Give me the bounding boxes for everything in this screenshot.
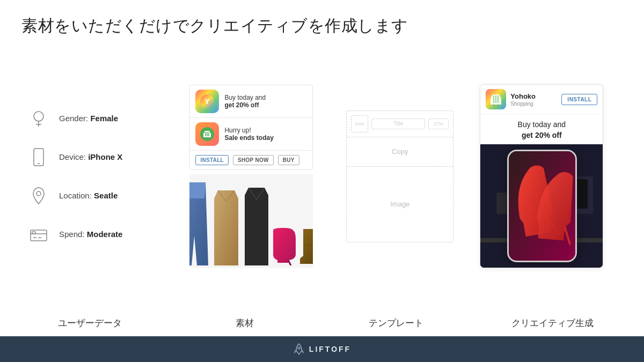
col-creative: Yohoko Shopping INSTALL Buy today and ge… xyxy=(474,48,628,305)
template-card: Icon Title CTA Copy Image xyxy=(346,110,453,242)
creative-card: Yohoko Shopping INSTALL Buy today and ge… xyxy=(480,84,603,268)
device-icon xyxy=(27,145,50,169)
phone-screen xyxy=(509,151,575,261)
svg-point-5 xyxy=(36,191,41,196)
footer-logo: LIFTOFF xyxy=(293,343,351,355)
template-cta-placeholder: CTA xyxy=(428,119,449,129)
gender-label: Gender: Female xyxy=(59,114,118,123)
creative-header: Yohoko Shopping INSTALL xyxy=(480,85,603,114)
app-icon-y: Y xyxy=(195,90,219,113)
svg-point-27 xyxy=(493,105,495,106)
svg-text:Y: Y xyxy=(205,97,210,106)
product-jeans xyxy=(189,182,210,265)
svg-point-0 xyxy=(34,112,43,121)
liftoff-rocket-icon xyxy=(293,343,305,355)
col-template: Icon Title CTA Copy Image xyxy=(336,48,464,305)
footer-brand-text: LIFTOFF xyxy=(309,345,351,353)
buy-button[interactable]: BUY xyxy=(278,155,299,165)
ad-buttons: INSTALL SHOP NOW BUY xyxy=(190,151,312,169)
svg-line-20 xyxy=(288,260,291,265)
creative-app-name: Yohoko xyxy=(510,92,536,101)
creative-install-button[interactable]: INSTALL xyxy=(561,94,597,105)
label-user-data: ユーザーデータ xyxy=(21,313,158,334)
svg-point-15 xyxy=(205,137,207,139)
location-icon xyxy=(27,184,50,208)
label-materials: 素材 xyxy=(169,313,320,334)
materials-products xyxy=(189,174,313,268)
template-header: Icon Title CTA xyxy=(347,111,453,137)
shop-now-button[interactable]: SHOP NOW xyxy=(233,155,274,165)
creative-app-category: Shopping xyxy=(510,101,536,107)
ad-copy-1: Buy today and get 20% off xyxy=(224,94,266,109)
creative-app-icon xyxy=(486,89,506,109)
spend-label: Spend: Moderate xyxy=(59,230,122,239)
user-data-device: Device: iPhone X xyxy=(27,145,162,169)
creative-app-text: Yohoko Shopping xyxy=(510,92,536,107)
template-title-placeholder: Title xyxy=(371,119,425,129)
template-image-placeholder: Image xyxy=(347,167,453,242)
col-materials: Y Buy today and get 20% off xyxy=(178,48,326,305)
creative-app-info: Yohoko Shopping xyxy=(486,89,536,109)
creative-headline: Buy today and get 20% off xyxy=(480,114,603,144)
product-dark-coat xyxy=(243,188,270,265)
app-icon-basket xyxy=(195,122,219,146)
label-creative: クリエイティブ生成 xyxy=(472,313,628,334)
product-heels xyxy=(272,228,296,265)
main-container: 素材をいただくだけでクリエイティブを作成します Gender: Female xyxy=(0,0,644,362)
gender-icon xyxy=(27,107,50,130)
svg-rect-3 xyxy=(34,149,43,166)
materials-ad-card: Y Buy today and get 20% off xyxy=(189,85,313,170)
ad-row-2: Hurry up! Sale ends today xyxy=(190,118,312,151)
col-labels: ユーザーデータ 素材 テンプレート クリエイティブ生成 xyxy=(0,310,644,336)
template-icon-placeholder: Icon xyxy=(351,115,368,132)
ad-copy-2: Hurry up! Sale ends today xyxy=(224,127,273,142)
products-container xyxy=(189,174,313,268)
footer: LIFTOFF xyxy=(0,336,644,362)
spend-icon xyxy=(27,223,50,246)
user-data-spend: Spend: Moderate xyxy=(27,223,162,246)
svg-point-16 xyxy=(208,137,210,139)
install-button[interactable]: INSTALL xyxy=(195,155,229,165)
user-data-gender: Gender: Female xyxy=(27,107,162,130)
header: 素材をいただくだけでクリエイティブを作成します xyxy=(0,0,644,42)
label-template: テンプレート xyxy=(331,313,461,334)
page-title: 素材をいただくだけでクリエイティブを作成します xyxy=(21,15,623,37)
content-area: Gender: Female Device: iPhone X xyxy=(0,42,644,310)
col-user-data: Gender: Female Device: iPhone X xyxy=(21,48,167,305)
device-label: Device: iPhone X xyxy=(59,152,122,161)
product-coat xyxy=(211,190,241,265)
svg-point-40 xyxy=(298,347,300,349)
ad-row-1: Y Buy today and get 20% off xyxy=(190,85,312,118)
user-data-location: Location: Seatle xyxy=(27,184,162,208)
location-label: Location: Seatle xyxy=(59,191,118,200)
phone-mockup xyxy=(507,150,577,262)
svg-point-28 xyxy=(497,105,499,106)
product-boots xyxy=(298,229,313,265)
creative-image xyxy=(480,144,603,268)
template-copy-placeholder: Copy xyxy=(347,137,453,167)
